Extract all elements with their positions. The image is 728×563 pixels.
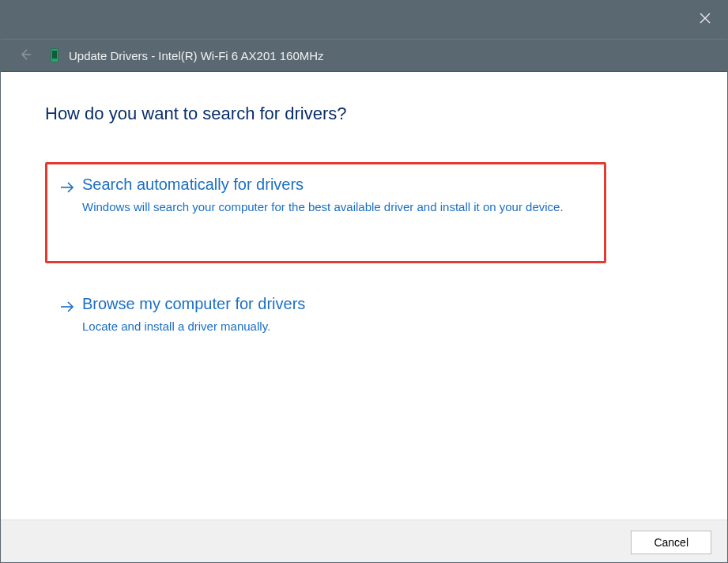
- close-icon: [700, 13, 711, 27]
- option-browse-computer[interactable]: Browse my computer for drivers Locate an…: [45, 284, 683, 352]
- wizard-header: Update Drivers - Intel(R) Wi-Fi 6 AX201 …: [1, 39, 727, 72]
- option-text: Browse my computer for drivers Locate an…: [82, 295, 670, 336]
- device-icon: [48, 47, 61, 63]
- cancel-button[interactable]: Cancel: [631, 531, 711, 554]
- page-heading: How do you want to search for drivers?: [45, 104, 683, 124]
- option-description: Locate and install a driver manually.: [82, 318, 572, 336]
- back-arrow-icon: [19, 48, 32, 63]
- option-title: Search automatically for drivers: [82, 176, 591, 194]
- window-titlebar: [1, 1, 727, 39]
- arrow-right-icon: [60, 180, 74, 198]
- svg-rect-4: [52, 51, 57, 59]
- option-text: Search automatically for drivers Windows…: [82, 176, 591, 217]
- option-title: Browse my computer for drivers: [82, 295, 670, 313]
- close-button[interactable]: [692, 7, 718, 32]
- arrow-right-icon: [60, 300, 74, 317]
- option-description: Windows will search your computer for th…: [82, 198, 572, 217]
- option-search-automatically[interactable]: Search automatically for drivers Windows…: [45, 162, 606, 263]
- back-button: [17, 47, 34, 64]
- wizard-footer: Cancel: [1, 520, 727, 563]
- wizard-content: How do you want to search for drivers? S…: [1, 72, 727, 520]
- header-title: Update Drivers - Intel(R) Wi-Fi 6 AX201 …: [69, 49, 324, 62]
